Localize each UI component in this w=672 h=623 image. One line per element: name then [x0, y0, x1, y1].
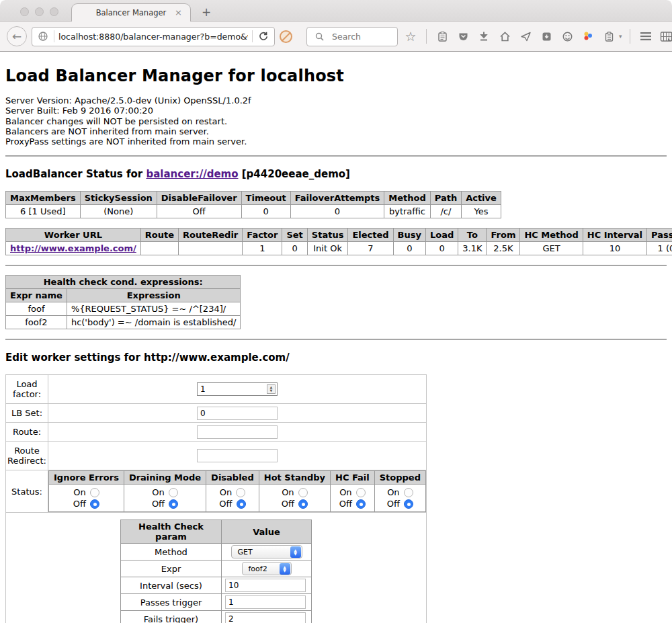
blocked-content-icon[interactable] [280, 30, 292, 43]
col-elected: Elected [348, 229, 393, 242]
table-row: 6 [1 Used] (None) Off 0 0 bytraffic /c/ … [6, 205, 501, 218]
cell-stickysession: (None) [80, 205, 157, 218]
urlbar-divider [54, 30, 54, 42]
colored-dots-icon[interactable] [580, 28, 596, 44]
expr-select-value: foof2 [249, 565, 267, 573]
url-bar[interactable] [32, 27, 275, 46]
search-bar[interactable] [306, 27, 398, 46]
bookmark-star-icon[interactable]: ☆ [403, 28, 419, 44]
expr-select[interactable]: foof2▲▼ [242, 562, 292, 575]
cell-disablefailover: Off [157, 205, 241, 218]
interval-input[interactable] [225, 579, 306, 592]
back-button[interactable]: ← [7, 26, 27, 46]
route-redirect-input[interactable] [197, 449, 278, 462]
load-factor-input[interactable] [197, 382, 278, 396]
balancer-demo-link[interactable]: balancer://demo [146, 168, 238, 180]
radio-ignore-errors-off[interactable] [90, 499, 99, 509]
off-label: Off [219, 499, 232, 509]
radio-draining-mode-off[interactable] [169, 499, 178, 509]
cell-elected: 7 [348, 242, 393, 255]
clipboard-icon[interactable] [434, 28, 450, 44]
notes-panel-icon[interactable] [601, 28, 617, 44]
table-header-row: MaxMembers StickySession DisableFailover… [6, 192, 501, 205]
status-header-row: Ignore Errors Draining Mode Disabled Hot… [49, 471, 426, 485]
radio-hc-fail-on[interactable] [356, 488, 366, 497]
radio-draining-mode-on[interactable] [169, 488, 178, 497]
disabled-radios: On Off [206, 485, 259, 512]
lb-set-input[interactable] [197, 407, 278, 420]
chevron-down-icon[interactable]: ▾ [619, 33, 622, 40]
route-input[interactable] [197, 425, 278, 439]
ignore-errors-radios: On Off [49, 485, 124, 512]
number-spinner-icon[interactable]: ▲▼ [267, 384, 276, 394]
address-input[interactable] [57, 31, 249, 42]
form-row-health-check: Health Check param Value Method GET▲▼ Ex… [6, 513, 427, 623]
expr-table-title: Health check cond. expressions: [6, 276, 241, 289]
fails-input[interactable] [225, 612, 306, 623]
home-icon[interactable] [497, 28, 513, 44]
send-plane-icon[interactable] [517, 28, 534, 44]
col-hc-interval: HC Interval [583, 229, 646, 242]
select-stepper-icon: ▲▼ [290, 546, 301, 558]
globe-icon [35, 28, 51, 44]
pocket-icon[interactable] [455, 28, 471, 44]
cell-set: 0 [282, 242, 307, 255]
cell-hc-method: GET [520, 242, 583, 255]
worker-url-link[interactable]: http://www.example.com/ [10, 243, 136, 253]
edit-worker-heading: Edit worker settings for http://www.exam… [5, 351, 667, 364]
col-hc-value: Value [222, 520, 312, 544]
method-label: Method [121, 544, 222, 560]
passes-label: Passes trigger [121, 594, 222, 611]
radio-hot-standby-on[interactable] [298, 488, 308, 497]
cell-factor: 1 [243, 242, 282, 255]
window-minimize-button[interactable] [35, 7, 44, 16]
radio-disabled-on[interactable] [236, 488, 245, 497]
col-active: Active [462, 192, 501, 205]
new-tab-button[interactable]: + [202, 5, 211, 19]
reload-icon[interactable] [255, 28, 271, 44]
tab-close-icon[interactable]: × [175, 7, 182, 17]
col-stickysession: StickySession [80, 192, 157, 205]
col-disablefailover: DisableFailover [157, 192, 241, 205]
persist-notice-line: Balancer changes will NOT be persisted o… [5, 116, 667, 126]
col-passes: Passes [647, 229, 672, 242]
method-select[interactable]: GET▲▼ [231, 545, 302, 558]
col-timeout: Timeout [241, 192, 290, 205]
window-zoom-button[interactable] [50, 7, 58, 16]
tiles-grid-icon[interactable] [659, 28, 672, 44]
page-content: Load Balancer Manager for localhost Serv… [0, 67, 672, 623]
save-to-device-icon[interactable] [538, 28, 554, 44]
radio-disabled-off[interactable] [237, 499, 246, 509]
search-input[interactable] [331, 31, 391, 42]
off-label: Off [152, 499, 165, 509]
form-row-route: Route: [6, 423, 427, 442]
radio-stopped-on[interactable] [404, 488, 413, 497]
cell-worker-url: http://www.example.com/ [6, 242, 141, 255]
interval-label: Interval (secs) [121, 577, 222, 594]
window-close-button[interactable] [20, 7, 29, 16]
radio-hot-standby-off[interactable] [298, 499, 308, 509]
radio-stopped-off[interactable] [404, 499, 413, 509]
radio-hc-fail-off[interactable] [356, 499, 366, 509]
tab-balancer-manager[interactable]: Balancer Manager × [71, 3, 191, 22]
fails-label: Fails trigger) [121, 611, 222, 623]
window-controls [20, 7, 58, 16]
feedback-smiley-icon[interactable] [559, 28, 575, 44]
health-check-param-table: Health Check param Value Method GET▲▼ Ex… [120, 520, 312, 623]
cell-active: Yes [462, 205, 501, 218]
hamburger-menu-icon[interactable] [638, 28, 654, 44]
cell-expr-name: foof2 [6, 316, 67, 329]
hc-row-fails: Fails trigger) [121, 611, 312, 623]
col-set: Set [282, 229, 307, 242]
hc-row-expr: Expr foof2▲▼ [121, 560, 312, 577]
radio-ignore-errors-on[interactable] [90, 488, 99, 497]
toolbar-separator [426, 29, 427, 44]
col-status: Status [307, 229, 348, 242]
divider [5, 339, 667, 340]
search-icon [311, 28, 327, 44]
passes-input[interactable] [225, 595, 306, 609]
cell-load: 0 [425, 242, 458, 255]
download-icon[interactable] [476, 28, 492, 44]
col-hc-method: HC Method [520, 229, 583, 242]
on-label: On [152, 487, 164, 497]
